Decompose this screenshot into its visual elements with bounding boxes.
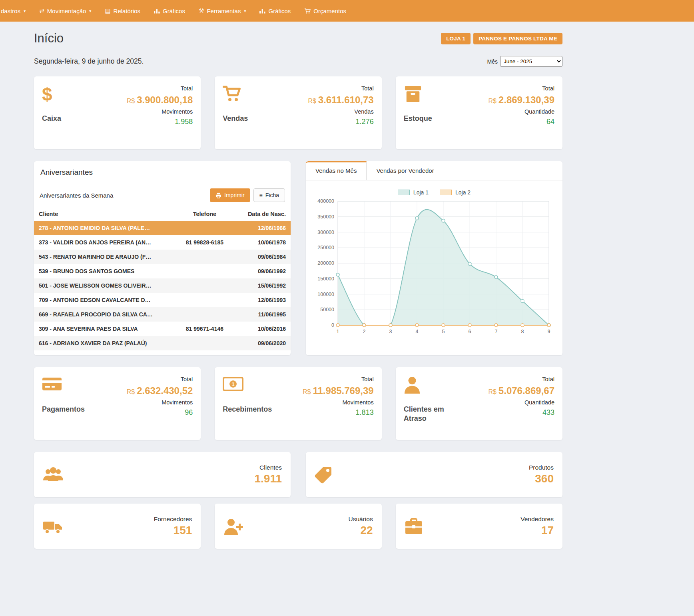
card-value: 360 (529, 472, 554, 485)
legend-swatch-icon (398, 190, 410, 195)
count-label: Quantidade (488, 399, 554, 406)
chevron-down-icon: ▾ (89, 9, 91, 13)
svg-text:6: 6 (469, 329, 471, 334)
count-value: 64 (488, 118, 554, 126)
legend-loja-1[interactable]: Loja 1 (398, 189, 429, 196)
table-row[interactable]: 709 - ANTONIO EDSON CAVALCANTE D… 12/06/… (34, 293, 291, 307)
svg-text:1: 1 (232, 381, 235, 387)
wrench-icon: ⚒ (199, 7, 204, 14)
card-value: 151 (154, 524, 192, 537)
swap-arrows-icon: ⇄ (39, 7, 44, 14)
tab-vendas-por-vendedor[interactable]: Vendas por Vendedor (367, 161, 443, 180)
col-telefone: Telefone (173, 207, 237, 221)
report-icon: ▤ (105, 7, 110, 14)
table-row[interactable]: 669 - RAFAELA PROCOPIO DA SILVA CA… 11/0… (34, 307, 291, 322)
birthdays-table: Cliente Telefone Data de Nasc. 278 - ANT… (34, 207, 291, 350)
total-label: Total (303, 376, 374, 382)
total-label: Total (488, 376, 554, 382)
count-value: 1.276 (308, 118, 373, 126)
col-cliente: Cliente (34, 207, 173, 221)
sales-chart-panel: Vendas no Mês Vendas por Vendedor Loja 1… (306, 161, 562, 355)
truck-icon (43, 518, 63, 534)
produtos-card[interactable]: Produtos 360 (306, 452, 562, 497)
svg-text:350000: 350000 (317, 214, 334, 220)
birthdays-panel: Aniversariantes Aniversariantes da Seman… (34, 161, 291, 355)
total-value: R$3.611.610,73 (308, 94, 373, 106)
table-row[interactable]: 616 - ADRIANO XAVIER DA PAZ (PALAÚ) 09/0… (34, 336, 291, 350)
recebimentos-card[interactable]: 1 Recebimentos Total R$11.985.769,39 Mov… (215, 367, 381, 440)
total-value: R$5.076.869,67 (488, 385, 554, 396)
person-icon (404, 376, 421, 394)
company-badge[interactable]: PANNOS E PANNOS LTDA ME (473, 33, 562, 44)
svg-text:200000: 200000 (317, 260, 334, 266)
month-picker: Mês June - 2025 (487, 56, 562, 67)
card-value: 22 (348, 524, 373, 537)
nav-label: Gráficos (268, 8, 291, 14)
card-title: Estoque (404, 114, 451, 123)
pagamentos-card[interactable]: Pagamentos Total R$2.632.430,52 Moviment… (34, 367, 201, 440)
nav-label: Gráficos (163, 8, 185, 14)
legend-loja-2[interactable]: Loja 2 (440, 189, 471, 196)
table-row[interactable]: 278 - ANTONIO EMIDIO DA SILVA (PALE… 12/… (34, 221, 291, 235)
count-label: Quantidade (488, 108, 554, 115)
store-badge[interactable]: LOJA 1 (441, 33, 471, 44)
svg-text:50000: 50000 (320, 307, 334, 312)
card-title: Clientes em Atraso (404, 405, 451, 423)
nav-label: Movimentação (47, 8, 86, 14)
nav-item-graficos-1[interactable]: Gráficos (147, 0, 192, 22)
chevron-down-icon: ▾ (24, 9, 26, 13)
table-row[interactable]: 373 - VALDIR DOS ANJOS PEREIRA (AN… 81 9… (34, 235, 291, 250)
nav-label: Relatórios (114, 8, 141, 14)
nav-item-graficos-2[interactable]: Gráficos (253, 0, 297, 22)
chevron-down-icon: ▾ (244, 9, 246, 13)
store-badges: LOJA 1 PANNOS E PANNOS LTDA ME (441, 33, 562, 44)
card-label: Vendedores (520, 516, 554, 523)
ficha-button[interactable]: ≡ Ficha (253, 188, 285, 202)
user-plus-icon (223, 518, 243, 535)
clientes-card[interactable]: Clientes 1.911 (34, 452, 291, 497)
top-navbar: dastros ▾ ⇄ Movimentação ▾ ▤ Relatórios … (0, 0, 694, 22)
svg-text:1: 1 (337, 329, 339, 334)
fornecedores-card[interactable]: Fornecedores 151 (34, 504, 201, 549)
nav-item-ferramentas[interactable]: ⚒ Ferramentas ▾ (192, 0, 253, 22)
card-label: Clientes (254, 464, 282, 471)
printer-icon (215, 192, 221, 198)
nav-item-orcamentos[interactable]: Orçamentos (297, 0, 353, 22)
nav-item-movimentacao[interactable]: ⇄ Movimentação ▾ (32, 0, 98, 22)
clientes-em-atraso-card[interactable]: Clientes em Atraso Total R$5.076.869,67 … (396, 367, 562, 440)
total-value: R$3.900.800,18 (127, 94, 193, 106)
svg-text:9: 9 (548, 329, 550, 334)
svg-text:0: 0 (331, 322, 334, 328)
caixa-card[interactable]: $ Caixa Total R$3.900.800,18 Movimentos … (34, 76, 201, 149)
count-value: 1.813 (303, 408, 374, 417)
total-label: Total (488, 85, 554, 92)
table-header-row: Cliente Telefone Data de Nasc. (34, 207, 291, 221)
nav-label: Ferramentas (207, 8, 241, 14)
sales-line-chart: 0500001000001500002000002500003000003500… (312, 197, 554, 338)
table-row[interactable]: 539 - BRUNO DOS SANTOS GOMES 09/06/1992 (34, 264, 291, 278)
svg-text:100000: 100000 (317, 292, 334, 297)
card-title: Pagamentos (42, 405, 89, 414)
month-select[interactable]: June - 2025 (500, 56, 562, 67)
svg-text:400000: 400000 (317, 198, 334, 204)
card-value: 1.911 (254, 472, 282, 485)
table-row[interactable]: 501 - JOSE WELISSON GOMES OLIVEIR… 15/06… (34, 278, 291, 293)
nav-item-cadastros[interactable]: dastros ▾ (0, 0, 32, 22)
col-data-nasc: Data de Nasc. (237, 207, 291, 221)
table-row[interactable]: 543 - RENATO MARINHO DE ARAUJO (F… 09/06… (34, 250, 291, 264)
table-row[interactable]: 309 - ANA SEVERINA PAES DA SILVA 81 9967… (34, 322, 291, 336)
card-label: Produtos (529, 464, 554, 471)
svg-text:150000: 150000 (317, 276, 334, 282)
vendas-card[interactable]: Vendas Total R$3.611.610,73 Vendas 1.276 (215, 76, 381, 149)
estoque-card[interactable]: Estoque Total R$2.869.130,39 Quantidade … (396, 76, 562, 149)
usuarios-card[interactable]: Usuários 22 (215, 504, 381, 549)
tab-vendas-no-mes[interactable]: Vendas no Mês (306, 161, 367, 180)
vendedores-card[interactable]: Vendedores 17 (396, 504, 562, 549)
bar-chart-icon (259, 8, 265, 14)
card-label: Usuários (348, 516, 373, 523)
nav-item-relatorios[interactable]: ▤ Relatórios (98, 0, 147, 22)
print-button[interactable]: Imprimir (210, 188, 250, 202)
svg-text:2: 2 (363, 329, 366, 334)
total-value: R$2.869.130,39 (488, 94, 554, 106)
count-label: Movimentos (127, 108, 193, 115)
